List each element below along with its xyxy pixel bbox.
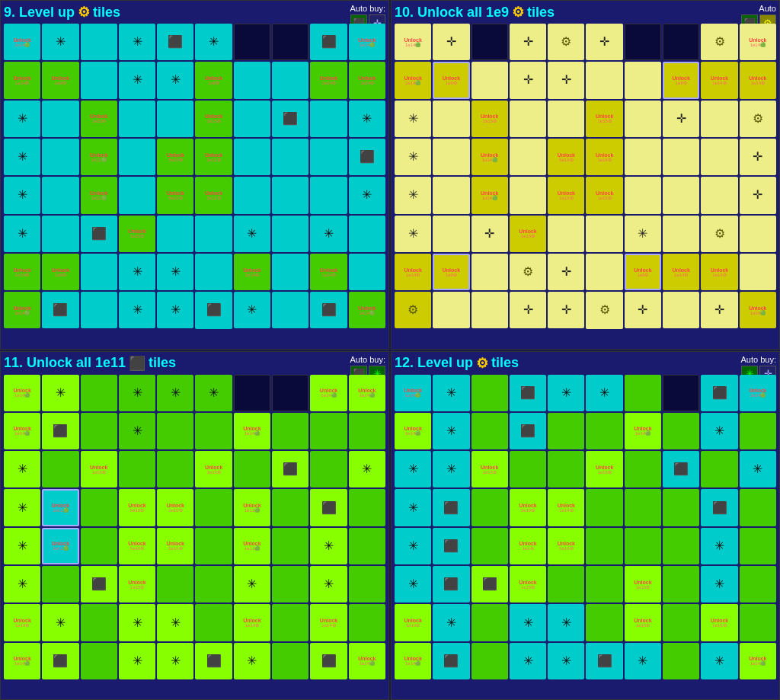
tile[interactable]: ⬛ (310, 643, 347, 679)
tile[interactable]: ✳ (740, 451, 776, 487)
tile[interactable]: Unlock1e15⚙ (510, 216, 546, 252)
tile[interactable]: Unlock1e15⚙ (586, 177, 622, 213)
tile[interactable] (272, 375, 308, 411)
tile[interactable]: ⬛ (663, 451, 699, 487)
tile[interactable]: ✳ (625, 643, 661, 679)
tile[interactable] (740, 413, 776, 449)
tile[interactable]: ✳ (4, 216, 40, 252)
tile[interactable]: Unlock1e15⚙ (195, 101, 232, 137)
tile[interactable] (119, 101, 155, 137)
tile[interactable]: Unlock1e14🟢 (740, 24, 776, 60)
tile[interactable]: Unlock1e15⚙ (548, 177, 584, 213)
tile[interactable]: Unlock1e14⚙ (234, 254, 270, 290)
tile[interactable]: Unlock1e14🟢 (472, 139, 508, 175)
tile[interactable] (42, 139, 78, 175)
tile[interactable] (310, 177, 347, 213)
tile[interactable]: Unlock1e14🟢 (4, 643, 40, 679)
tile[interactable]: ✳ (119, 62, 155, 98)
tile[interactable] (195, 254, 232, 290)
tile[interactable] (433, 139, 469, 175)
tile[interactable] (586, 604, 622, 641)
tile[interactable] (349, 528, 385, 564)
tile[interactable] (349, 216, 385, 252)
tile[interactable] (433, 292, 469, 328)
tile[interactable] (625, 489, 661, 526)
tile[interactable]: Unlock1e14🟢 (395, 413, 431, 449)
tile[interactable]: Unlock1e14⚙ (4, 254, 40, 290)
tile[interactable] (472, 292, 508, 328)
tile[interactable]: ⚙ (701, 216, 737, 252)
tile[interactable] (272, 643, 308, 679)
tile[interactable]: Unlock1e14🟢 (234, 413, 270, 449)
tile[interactable]: Unlock1e14⚙ (701, 62, 737, 98)
tile[interactable]: ✳ (157, 604, 193, 641)
tile[interactable]: ⬛ (310, 24, 347, 60)
tile[interactable] (701, 451, 737, 487)
tile[interactable]: ✳ (395, 451, 431, 487)
tile[interactable]: ✳ (4, 177, 40, 213)
tile[interactable]: Unlock1e14⚙ (586, 139, 622, 175)
tile[interactable]: ✳ (4, 101, 40, 137)
tile[interactable] (195, 216, 232, 252)
tile[interactable]: Unlock1e14🟢 (4, 24, 40, 60)
tile[interactable]: ✳ (433, 604, 469, 641)
tile[interactable] (701, 177, 737, 213)
tile[interactable]: Unlock1e14⚙ (234, 604, 270, 641)
tile[interactable] (548, 566, 584, 603)
tile[interactable] (119, 177, 155, 213)
tile[interactable]: Unlock1e11🟢 (234, 489, 270, 526)
tile[interactable]: Unlock1e15⚙ (81, 451, 117, 487)
tile[interactable]: Unlock1e15⚙ (586, 101, 622, 137)
tile[interactable]: Unlock1e14⚙ (349, 62, 385, 98)
tile[interactable] (272, 177, 308, 213)
tile[interactable]: Unlock1e11🟢 (42, 528, 78, 564)
tile[interactable] (472, 24, 508, 60)
tile[interactable]: Unlock5e10⚙ (119, 489, 155, 526)
tile[interactable] (740, 216, 776, 252)
tile[interactable]: ⚙ (548, 24, 584, 60)
tile[interactable] (272, 566, 308, 603)
tile[interactable]: Unlock1e11⚙ (195, 177, 232, 213)
tile[interactable] (625, 62, 661, 98)
tile[interactable]: ⬛ (701, 489, 737, 526)
tile[interactable]: Unlock1e14🟢 (395, 643, 431, 679)
tile[interactable]: Unlock1e10⚙ (157, 489, 193, 526)
tile[interactable]: ✳ (234, 216, 270, 252)
tile[interactable]: ✛ (586, 24, 622, 60)
tile[interactable] (548, 413, 584, 449)
tile[interactable]: Unlock5e10⚙ (548, 528, 584, 564)
tile[interactable] (740, 604, 776, 641)
tile[interactable]: Unlock5e10⚙ (548, 139, 584, 175)
tile[interactable] (349, 254, 385, 290)
tile[interactable]: Unlock1e14🟢 (472, 177, 508, 213)
tile[interactable]: Unlock1e14⚙ (395, 604, 431, 641)
tile[interactable]: ⚙ (701, 24, 737, 60)
tile[interactable] (272, 24, 308, 60)
tile[interactable] (625, 451, 661, 487)
tile[interactable]: Unlock1e14⚙ (4, 62, 40, 98)
tile[interactable]: ✳ (395, 528, 431, 564)
tile[interactable] (472, 413, 508, 449)
tile[interactable] (272, 139, 308, 175)
tile[interactable] (625, 375, 661, 411)
tile[interactable] (234, 375, 270, 411)
tile[interactable]: Unlock1e14⚙ (663, 254, 699, 290)
tile[interactable]: Unlock1e14🟢 (4, 413, 40, 449)
tile[interactable] (663, 177, 699, 213)
tile[interactable] (548, 101, 584, 137)
tile[interactable]: ⚙ (586, 292, 622, 328)
tile[interactable] (663, 489, 699, 526)
tile[interactable] (740, 489, 776, 526)
tile[interactable]: ✳ (548, 643, 584, 679)
tile[interactable] (157, 451, 193, 487)
tile[interactable] (663, 604, 699, 641)
tile[interactable]: ✛ (548, 254, 584, 290)
tile[interactable] (272, 292, 308, 328)
tile[interactable] (42, 177, 78, 213)
tile[interactable]: ✳ (548, 375, 584, 411)
tile[interactable] (349, 604, 385, 641)
tile[interactable]: Unlock1e14⚙ (310, 604, 347, 641)
tile[interactable]: ✳ (119, 375, 155, 411)
tile[interactable] (157, 566, 193, 603)
tile[interactable] (81, 254, 117, 290)
